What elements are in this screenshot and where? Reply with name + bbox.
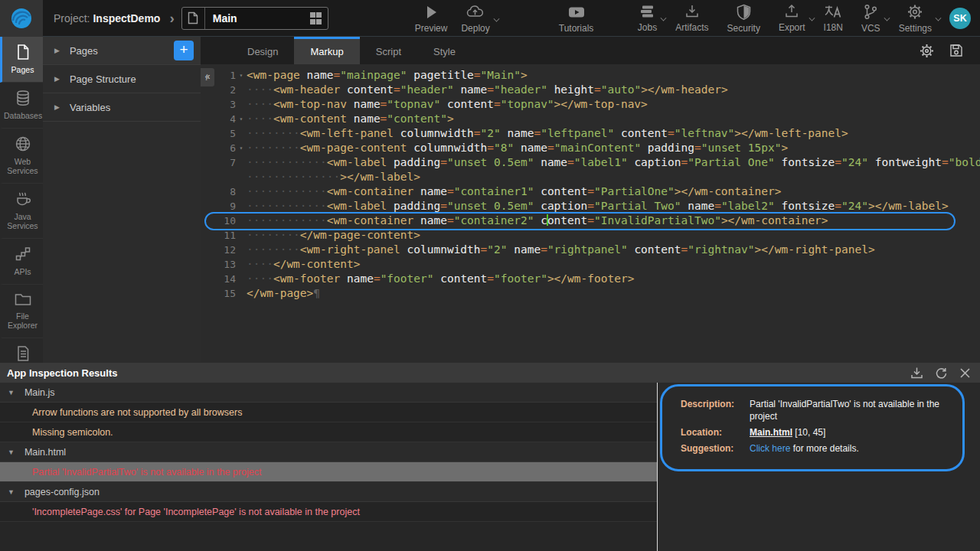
download-results-icon[interactable] <box>910 367 923 380</box>
description-label: Description: <box>681 398 745 422</box>
page-selector[interactable]: Main <box>181 7 328 30</box>
code-line[interactable]: 15</wm-page>¶ <box>201 286 980 301</box>
issue-group-main-js[interactable]: ▼Main.js <box>0 383 657 403</box>
issue-group-filename: pages-config.json <box>24 487 100 497</box>
refresh-icon[interactable] <box>935 367 948 380</box>
editor-area: DesignMarkupScriptStyle « i 1▾<wm-page n… <box>201 37 980 363</box>
code-line[interactable]: 11········</wm-page-content> <box>201 228 980 243</box>
expand-triangle-icon[interactable]: ▶ <box>54 47 60 54</box>
editor-tabs-bar: DesignMarkupScriptStyle <box>201 37 980 64</box>
code-text: ········<wm-left-panel columnwidth="2" n… <box>247 126 848 141</box>
wavemaker-logo[interactable] <box>0 0 43 37</box>
code-line[interactable]: 9············<wm-label padding="unset 0.… <box>201 199 980 214</box>
sidebar-item-pages[interactable]: Pages <box>0 37 43 83</box>
tab-markup[interactable]: Markup <box>294 37 359 64</box>
toolbar-label: Deploy <box>461 23 489 34</box>
markup-settings-gear-icon[interactable] <box>920 44 934 58</box>
inspection-detail-area: Description: Partial 'InvalidPartialTwo'… <box>658 383 980 551</box>
location-file-link[interactable]: Main.html <box>750 427 792 438</box>
toolbar-deploy[interactable]: Deploy <box>454 3 496 34</box>
code-text: ············<wm-label padding="unset 0.5… <box>247 155 980 170</box>
collapse-triangle-icon[interactable]: ▼ <box>8 448 15 456</box>
sidebar-item-file-explorer[interactable]: FileExplorer <box>0 285 43 338</box>
project-label: Project: <box>54 12 90 24</box>
sidebar-item-databases[interactable]: Databases <box>0 83 43 129</box>
code-line[interactable]: 2····<wm-header content="header" name="h… <box>201 83 980 97</box>
expand-triangle-icon[interactable]: ▶ <box>54 75 60 83</box>
fold-arrow-icon[interactable]: ▾ <box>236 68 247 83</box>
issue-row-selected[interactable]: Partial 'InvalidPartialTwo' is not avail… <box>0 462 657 482</box>
toolbar-security[interactable]: Security <box>720 2 767 34</box>
tab-design[interactable]: Design <box>231 37 294 64</box>
markup-code-editor[interactable]: 1▾<wm-page name="mainpage" pagetitle="Ma… <box>201 64 980 363</box>
save-icon[interactable] <box>949 44 963 57</box>
gutter-spacer <box>236 97 247 112</box>
fold-arrow-icon[interactable]: ▾ <box>236 112 247 126</box>
toolbar-settings[interactable]: Settings <box>892 2 939 34</box>
toolbar-preview[interactable]: Preview <box>408 3 455 34</box>
code-line[interactable]: 12········<wm-right-panel columnwidth="2… <box>201 243 980 257</box>
tab-script[interactable]: Script <box>360 37 417 64</box>
close-panel-icon[interactable] <box>959 367 971 379</box>
user-avatar[interactable]: SK <box>949 8 971 29</box>
toolbar-vcs[interactable]: VCS <box>854 2 887 34</box>
collapse-triangle-icon[interactable]: ▼ <box>8 389 15 396</box>
location-position: [10, 45] <box>795 427 825 438</box>
panel-section-pages[interactable]: ▶Pages+ <box>43 37 201 65</box>
panel-section-variables[interactable]: ▶Variables <box>43 93 201 122</box>
sidebar-item-apis[interactable]: APIs <box>0 239 43 285</box>
issue-text: Arrow functions are not supported by all… <box>32 407 242 418</box>
code-line[interactable]: 8············<wm-container name="contain… <box>201 184 980 199</box>
code-text: ····<wm-header content="header" name="he… <box>247 83 728 97</box>
issue-row[interactable]: 'IncompletePage.css' for Page 'Incomplet… <box>0 502 657 522</box>
toolbar-label: Export <box>779 22 805 33</box>
sidebar-item-label: Pages <box>4 65 41 74</box>
info-annotation-icon[interactable]: i <box>205 71 208 83</box>
code-line[interactable]: 6▾········<wm-page-content columnwidth="… <box>201 141 980 155</box>
fold-arrow-icon[interactable]: ▾ <box>236 141 247 155</box>
tab-style[interactable]: Style <box>417 37 472 64</box>
page-icon <box>182 8 205 29</box>
toolbar-export[interactable]: Export <box>772 2 812 33</box>
suggestion-link[interactable]: Click here <box>750 443 790 454</box>
code-line[interactable]: 14····<wm-footer name="footer" content="… <box>201 272 980 286</box>
sidebar-item-java-services[interactable]: JavaServices <box>0 184 43 239</box>
chevron-down-icon <box>493 16 499 22</box>
toolbar-label: Tutorials <box>559 23 594 34</box>
suggestion-rest: for more details. <box>793 443 859 454</box>
code-line[interactable]: 13····</wm-content> <box>201 257 980 272</box>
add-page-button[interactable]: + <box>174 41 194 60</box>
toolbar-tutorials[interactable]: Tutorials <box>552 3 601 34</box>
code-line-highlighted[interactable]: 10············<wm-container name="contai… <box>201 214 980 228</box>
code-line[interactable]: 3····<wm-top-nav name="topnav" content="… <box>201 97 980 112</box>
line-number: 6 <box>216 141 236 155</box>
toolbar-artifacts[interactable]: Artifacts <box>668 2 715 33</box>
code-line[interactable]: 1▾<wm-page name="mainpage" pagetitle="Ma… <box>201 68 980 83</box>
project-breadcrumb: Project:InspectDemo <box>54 12 160 24</box>
line-number: 11 <box>216 228 236 243</box>
issue-group-filename: Main.html <box>24 447 66 458</box>
issue-row[interactable]: Missing semicolon. <box>0 422 657 442</box>
grid-icon[interactable] <box>310 12 322 24</box>
issue-group-pages-config-json[interactable]: ▼pages-config.json <box>0 482 657 502</box>
toolbar-i18n[interactable]: I18N <box>817 2 850 33</box>
code-text: ··············></wm-label> <box>247 170 420 184</box>
panel-section-page-structure[interactable]: ▶Page Structure <box>43 65 201 93</box>
issue-group-main-html[interactable]: ▼Main.html <box>0 442 657 462</box>
pages-panel: ▶Pages+▶Page Structure▶Variables <box>43 37 201 363</box>
upload-tray-icon <box>783 4 800 19</box>
code-line[interactable]: 4▾····<wm-content name="content"> <box>201 112 980 126</box>
code-line[interactable]: ··············></wm-label> <box>201 170 980 184</box>
toolbar-jobs[interactable]: Jobs <box>631 2 664 33</box>
sidebar-item-web-services[interactable]: WebServices <box>0 129 43 184</box>
code-line[interactable]: 7············<wm-label padding="unset 0.… <box>201 155 980 170</box>
line-number: 2 <box>216 83 236 97</box>
code-line[interactable]: 5········<wm-left-panel columnwidth="2" … <box>201 126 980 141</box>
code-text: ············<wm-container name="containe… <box>247 214 828 228</box>
gutter-spacer <box>236 170 247 184</box>
nodes-icon <box>15 246 31 266</box>
suggestion-value: Click here for more details. <box>750 442 947 455</box>
issue-row[interactable]: Arrow functions are not supported by all… <box>0 403 657 422</box>
expand-triangle-icon[interactable]: ▶ <box>54 103 60 111</box>
collapse-triangle-icon[interactable]: ▼ <box>8 488 15 496</box>
